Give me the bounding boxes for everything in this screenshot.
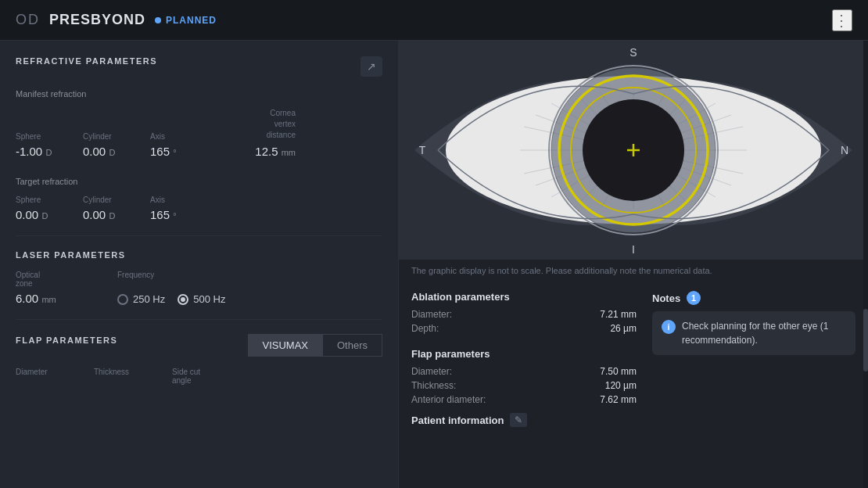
- target-sphere-col-label: Sphere: [16, 196, 70, 204]
- laser-parameters-section: LASER PARAMETERS Opticalzone 6.00 mm Fre…: [16, 250, 382, 305]
- right-panel: S I T N The graphic display is not to sc…: [399, 41, 868, 488]
- ablation-column: Ablation parameters Diameter: 7.21 mm De…: [411, 291, 637, 479]
- refractive-header: REFRACTIVE PARAMETERS ↗: [16, 56, 382, 77]
- notes-header: Notes 1: [652, 291, 855, 305]
- cornea-vertex-value: 12.5 mm: [217, 145, 296, 158]
- scrollbar-thumb[interactable]: [863, 309, 868, 371]
- app-title: PRESBYOND: [49, 12, 145, 28]
- top-bar: OD PRESBYOND PLANNED ⋮: [0, 0, 868, 41]
- tab-visumax[interactable]: VISUMAX: [248, 334, 322, 357]
- frequency-group: Frequency 250 Hz 500 Hz: [117, 271, 225, 305]
- manifest-axis-group: Axis 165 °: [150, 132, 205, 158]
- ablation-diameter-row: Diameter: 7.21 mm: [411, 309, 637, 320]
- target-cylinder-unit: D: [109, 211, 115, 221]
- refractive-expand-button[interactable]: ↗: [360, 56, 382, 77]
- svg-text:I: I: [632, 243, 635, 256]
- cylinder-col-label: Cylinder: [83, 132, 138, 141]
- divider-2: [16, 319, 382, 320]
- cornea-vertex-label: Corneavertexdistance: [217, 108, 296, 141]
- flap-diameter-row: Diameter: 7.50 mm: [411, 366, 637, 377]
- manifest-refraction-label: Manifest refraction: [16, 89, 382, 99]
- sphere-col-label: Sphere: [16, 132, 70, 141]
- flap-column-labels: Diameter Thickness Side cutangle: [16, 368, 382, 385]
- flap-anterior-row: Anterior diameter: 7.62 mm: [411, 394, 637, 405]
- axis-col-label: Axis: [150, 132, 205, 141]
- target-params-row: Sphere 0.00 D Cylinder 0.00 D Axis: [16, 196, 382, 221]
- planned-label: PLANNED: [166, 15, 217, 26]
- target-cylinder-group: Cylinder 0.00 D: [83, 196, 138, 221]
- freq-500-label: 500 Hz: [193, 293, 225, 305]
- planned-badge: PLANNED: [155, 15, 217, 26]
- frequency-options: 250 Hz 500 Hz: [117, 293, 225, 305]
- target-sphere-value: 0.00 D: [16, 208, 70, 221]
- cornea-vertex-group: Corneavertexdistance 12.5 mm: [217, 108, 296, 158]
- flap-side-cut-label: Side cutangle: [172, 368, 235, 385]
- freq-500-radio[interactable]: [178, 294, 188, 305]
- od-label: OD: [16, 12, 40, 28]
- svg-text:S: S: [629, 46, 637, 59]
- flap-header: FLAP PARAMETERS VISUMAX Others: [16, 334, 382, 357]
- ablation-diameter-value: 7.21 mm: [600, 309, 637, 320]
- flap-right-thickness-label: Thickness:: [411, 380, 456, 391]
- flap-thickness-label: Thickness: [94, 368, 156, 385]
- manifest-cylinder-value: 0.00 D: [83, 145, 138, 158]
- target-axis-value: 165 °: [150, 208, 205, 221]
- optical-zone-unit: mm: [41, 295, 56, 304]
- patient-info-edit-button[interactable]: ✎: [510, 413, 527, 427]
- target-cylinder-col-label: Cylinder: [83, 196, 138, 204]
- flap-right-thickness-value: 120 µm: [605, 380, 637, 391]
- freq-500-option[interactable]: 500 Hz: [178, 293, 225, 305]
- flap-thickness-row: Thickness: 120 µm: [411, 380, 637, 391]
- flap-diameter-label: Diameter: [16, 368, 78, 385]
- flap-anterior-label: Anterior diameter:: [411, 394, 486, 405]
- manifest-sphere-unit: D: [45, 148, 52, 157]
- ablation-depth-label: Depth:: [411, 323, 439, 334]
- refractive-section-title: REFRACTIVE PARAMETERS: [16, 56, 157, 66]
- target-axis-group: Axis 165 °: [150, 196, 205, 221]
- tab-others[interactable]: Others: [322, 334, 382, 357]
- manifest-cylinder-unit: D: [109, 148, 115, 157]
- eye-svg: S I T N: [399, 41, 868, 260]
- flap-right-diameter-value: 7.50 mm: [600, 366, 637, 377]
- notes-title: Notes: [652, 292, 680, 304]
- svg-text:T: T: [419, 144, 426, 156]
- target-sphere-unit: D: [41, 211, 48, 221]
- bottom-info: Ablation parameters Diameter: 7.21 mm De…: [399, 282, 868, 488]
- note-card: i Check planning for the other eye (1 re…: [652, 311, 855, 355]
- more-menu-button[interactable]: ⋮: [832, 9, 852, 31]
- laser-section-title: LASER PARAMETERS: [16, 250, 382, 260]
- left-panel: REFRACTIVE PARAMETERS ↗ Manifest refract…: [0, 41, 399, 488]
- freq-250-option[interactable]: 250 Hz: [117, 293, 165, 305]
- notes-column: Notes 1 i Check planning for the other e…: [652, 291, 855, 479]
- ablation-title: Ablation parameters: [411, 291, 637, 303]
- ablation-depth-value: 26 µm: [610, 323, 637, 334]
- optical-zone-group: Opticalzone 6.00 mm: [16, 271, 86, 305]
- manifest-axis-unit: °: [173, 148, 176, 157]
- planned-dot-icon: [155, 17, 161, 23]
- flap-right-diameter-label: Diameter:: [411, 366, 452, 377]
- cornea-vertex-unit: mm: [282, 148, 296, 157]
- patient-info-label: Patient information: [411, 414, 504, 426]
- target-refraction-label: Target refraction: [16, 177, 382, 186]
- eye-diagram: S I T N: [399, 41, 868, 260]
- optical-zone-value: 6.00 mm: [16, 292, 86, 305]
- notes-count-badge: 1: [687, 291, 701, 305]
- diagram-disclaimer: The graphic display is not to scale. Ple…: [399, 260, 868, 282]
- ablation-depth-row: Depth: 26 µm: [411, 323, 637, 334]
- ablation-diameter-label: Diameter:: [411, 309, 452, 320]
- flap-parameters-section: FLAP PARAMETERS VISUMAX Others Diameter …: [16, 334, 382, 385]
- flap-anterior-value: 7.62 mm: [600, 394, 637, 405]
- target-cylinder-value: 0.00 D: [83, 208, 138, 221]
- manifest-sphere-value: -1.00 D: [16, 145, 70, 158]
- manifest-cylinder-group: Cylinder 0.00 D: [83, 132, 138, 158]
- note-text: Check planning for the other eye (1 reco…: [682, 319, 846, 347]
- freq-250-label: 250 Hz: [133, 293, 165, 305]
- patient-info-row: Patient information ✎: [411, 413, 637, 427]
- manifest-params-row: Sphere -1.00 D Cylinder 0.00 D Axis: [16, 108, 382, 158]
- freq-250-radio[interactable]: [117, 294, 128, 305]
- refractive-parameters-section: REFRACTIVE PARAMETERS ↗ Manifest refract…: [16, 56, 382, 221]
- flap-section-title: FLAP PARAMETERS: [16, 336, 117, 345]
- flap-tab-group: VISUMAX Others: [248, 334, 382, 357]
- optical-zone-label: Opticalzone: [16, 271, 86, 288]
- target-axis-col-label: Axis: [150, 196, 205, 204]
